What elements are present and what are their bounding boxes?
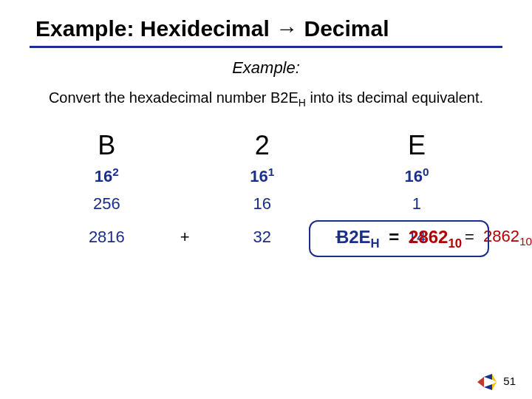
answer-eq: = — [384, 227, 403, 247]
prompt-part-a: Convert the hexadecimal number B2E — [49, 89, 299, 106]
svg-marker-2 — [484, 384, 492, 390]
answer-hex: B2EH — [336, 227, 380, 247]
svg-marker-3 — [492, 374, 497, 382]
hex-digit-2: E — [378, 130, 456, 166]
decimal-result: 286210 — [483, 227, 532, 248]
hex-digit-0: B — [66, 130, 147, 166]
product-0: 2816 — [66, 227, 147, 248]
svg-marker-1 — [484, 374, 492, 380]
slide-title: Example: Hexidecimal → Decimal — [0, 0, 532, 46]
power-2: 160 — [378, 166, 456, 194]
placevalue-0: 256 — [66, 194, 147, 227]
answer-box: B2EH = 286210 — [309, 220, 489, 257]
svg-marker-0 — [477, 377, 484, 387]
svg-marker-4 — [492, 382, 497, 390]
pltw-logo-icon — [477, 374, 497, 390]
title-rule — [30, 46, 502, 48]
power-0: 162 — [66, 166, 147, 194]
product-1: 32 — [223, 227, 301, 248]
plus-0: + — [147, 227, 223, 248]
placevalue-1: 16 — [223, 194, 301, 227]
answer-dec: 286210 — [409, 227, 462, 247]
prompt-part-b: into its decimal equivalent. — [306, 89, 483, 106]
power-1: 161 — [223, 166, 301, 194]
hex-digit-1: 2 — [223, 130, 301, 166]
prompt-subscript: H — [299, 97, 306, 109]
example-label: Example: — [0, 58, 532, 78]
page-number: 51 — [503, 375, 516, 387]
prompt-text: Convert the hexadecimal number B2EH into… — [41, 88, 491, 109]
